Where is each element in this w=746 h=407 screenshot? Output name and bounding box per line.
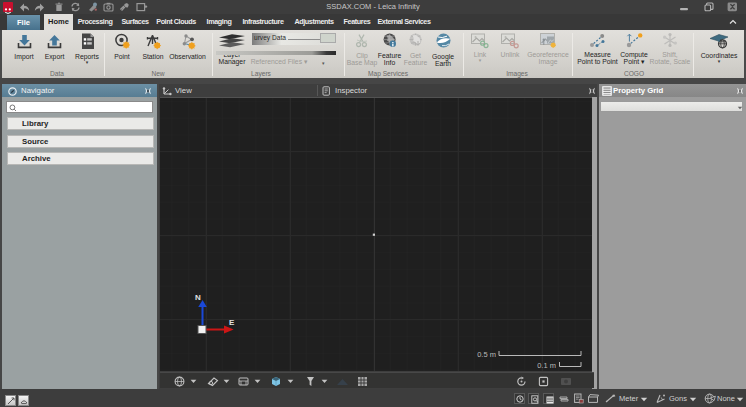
svg-text:0.5 m: 0.5 m — [477, 350, 498, 359]
svg-text:N: N — [195, 293, 201, 302]
svg-text:0.1 m: 0.1 m — [537, 361, 558, 370]
svg-text:E: E — [229, 318, 235, 327]
